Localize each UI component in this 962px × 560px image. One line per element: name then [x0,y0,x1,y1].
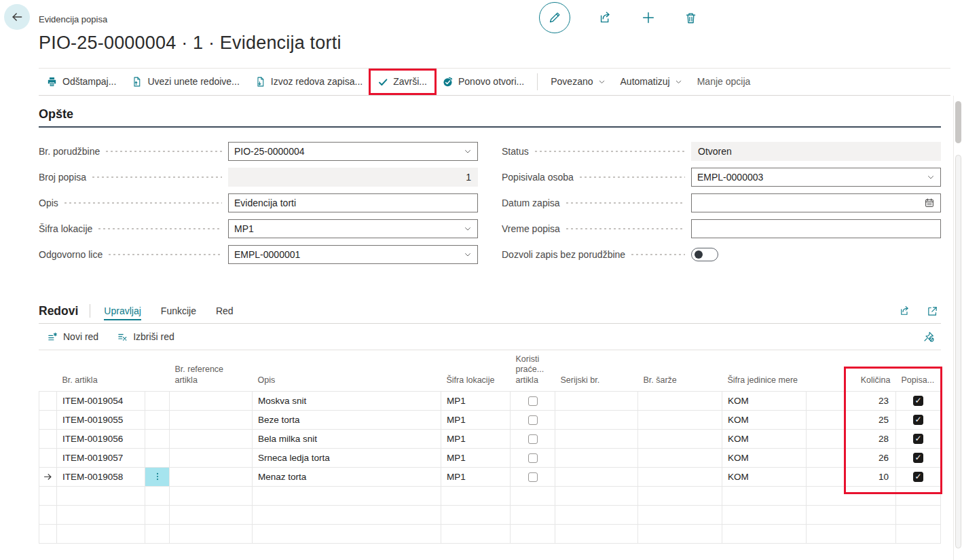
uom-cell[interactable]: KOM [722,410,807,429]
quantity-cell[interactable]: 10 [807,467,896,486]
lot-no-cell[interactable] [638,505,722,524]
description-cell[interactable] [253,486,441,505]
recorded-cell[interactable] [896,410,941,429]
description-cell[interactable]: Srneca ledja torta [253,448,441,467]
serial-no-cell[interactable] [555,524,638,543]
automate-menu[interactable]: Automatizuj [613,69,690,95]
serial-no-cell[interactable] [555,486,638,505]
location-code-cell[interactable]: MP1 [441,410,511,429]
lot-no-cell[interactable] [638,391,722,410]
share-lines-button[interactable] [899,305,911,317]
use-tracking-cell[interactable] [511,391,555,410]
uom-cell[interactable] [722,486,807,505]
allow-without-order-toggle[interactable] [691,248,718,261]
item-no-cell[interactable]: ITEM-0019056 [57,429,145,448]
quantity-cell[interactable] [807,486,896,505]
row-options-cell[interactable] [145,391,170,410]
recorded-cell[interactable] [896,505,941,524]
row-selector-cell-active[interactable] [39,467,57,486]
header-description[interactable]: Opis [253,350,441,391]
serial-no-cell[interactable] [555,410,638,429]
recording-time-input[interactable] [691,219,941,238]
chevron-down-icon[interactable] [927,173,935,181]
description-cell[interactable] [253,524,441,543]
recording-date-input[interactable] [691,193,941,212]
item-no-cell[interactable]: ITEM-0019055 [57,410,145,429]
use-tracking-cell[interactable] [511,524,555,543]
delete-line-button[interactable]: Izbriši red [117,331,174,343]
uom-cell[interactable] [722,505,807,524]
uom-cell[interactable]: KOM [722,429,807,448]
row-options-cell[interactable] [145,410,170,429]
header-use-tracking[interactable]: Koristi praće... artikla [511,350,555,391]
item-no-cell[interactable] [57,486,145,505]
row-selector-cell[interactable] [39,524,57,543]
tab-upravljaj[interactable]: Upravljaj [104,299,141,323]
recorded-checkbox-checked[interactable] [913,396,923,406]
description-cell[interactable]: Menaz torta [253,467,441,486]
quantity-cell[interactable] [807,524,896,543]
scrollbar-thumb[interactable] [955,101,961,143]
print-button[interactable]: Odštampaj... [39,69,124,95]
row-options-cell[interactable] [145,429,170,448]
header-location-code[interactable]: Šifra lokacije [441,350,511,391]
quantity-cell[interactable]: 25 [807,410,896,429]
import-lines-button[interactable]: Uvezi unete redoive... [124,69,246,95]
uom-cell[interactable] [722,524,807,543]
scrollbar-thumb-secondary[interactable] [955,155,961,548]
item-no-cell[interactable]: ITEM-0019057 [57,448,145,467]
breadcrumb[interactable]: Evidencija popisa [39,14,107,24]
item-ref-no-cell[interactable] [170,505,253,524]
row-selector-cell[interactable] [39,410,57,429]
description-cell[interactable]: Moskva snit [253,391,441,410]
reopen-button[interactable]: Ponovo otvori... [434,69,532,95]
quantity-cell[interactable]: 23 [807,391,896,410]
open-in-new-window-icon[interactable] [927,305,938,317]
lot-no-cell[interactable] [638,410,722,429]
delete-button[interactable] [684,11,698,25]
recorded-checkbox-checked[interactable] [913,453,923,463]
item-ref-no-cell[interactable] [170,391,253,410]
tab-funkcije[interactable]: Funkcije [161,299,196,323]
location-code-cell[interactable]: MP1 [441,429,511,448]
lot-no-cell[interactable] [638,486,722,505]
recorded-cell[interactable] [896,467,941,486]
location-code-cell[interactable] [441,505,511,524]
item-ref-no-cell[interactable] [170,448,253,467]
item-no-cell[interactable]: ITEM-0019058 [57,467,145,486]
chevron-down-icon[interactable] [464,225,472,233]
row-selector-cell[interactable] [39,448,57,467]
tracking-checkbox-unchecked[interactable] [528,396,538,406]
description-input[interactable]: Evidencija torti [228,193,478,212]
serial-no-cell[interactable] [555,467,638,486]
tracking-checkbox-unchecked[interactable] [528,472,538,482]
item-no-cell[interactable] [57,524,145,543]
calendar-icon[interactable] [924,198,935,208]
location-code-cell[interactable] [441,524,511,543]
location-code-cell[interactable]: MP1 [441,448,511,467]
row-selector-cell[interactable] [39,391,57,410]
quantity-cell[interactable] [807,505,896,524]
header-recorded[interactable]: Popisa... [896,350,941,391]
related-menu[interactable]: Povezano [543,69,612,95]
description-cell[interactable]: Bela milka snit [253,429,441,448]
header-item-no[interactable]: Br. artikla [57,350,145,391]
header-quantity[interactable]: Količina [807,350,896,391]
location-code-cell[interactable]: MP1 [441,391,511,410]
description-cell[interactable] [253,505,441,524]
new-button[interactable] [641,10,656,25]
lot-no-cell[interactable] [638,429,722,448]
header-item-ref-no[interactable]: Br. reference artikla [170,350,253,391]
row-options-cell[interactable] [145,486,170,505]
location-code-cell[interactable]: MP1 [441,467,511,486]
export-lines-button[interactable]: Izvoz redova zapisa... [247,69,370,95]
use-tracking-cell[interactable] [511,486,555,505]
recorded-cell[interactable] [896,448,941,467]
item-ref-no-cell[interactable] [170,410,253,429]
serial-no-cell[interactable] [555,448,638,467]
item-ref-no-cell[interactable] [170,429,253,448]
use-tracking-cell[interactable] [511,467,555,486]
recorded-by-combobox[interactable]: EMPL-0000003 [691,168,941,187]
row-selector-cell[interactable] [39,486,57,505]
share-button[interactable] [598,10,613,25]
